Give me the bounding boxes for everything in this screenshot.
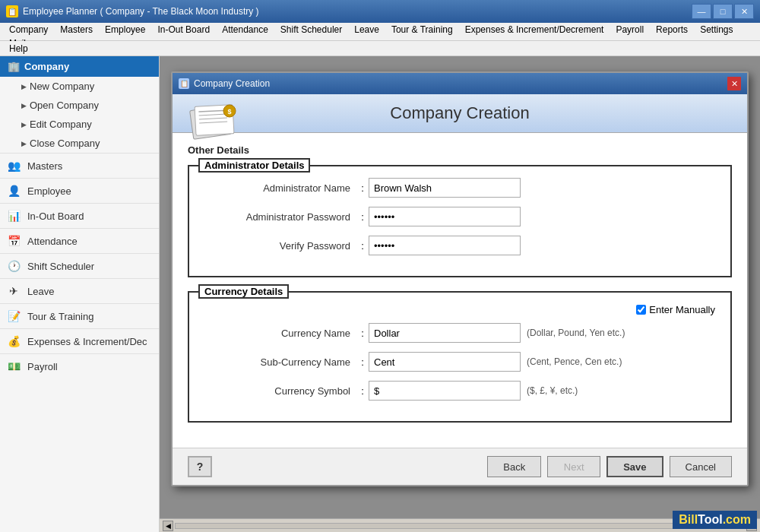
modal-header-title: Company Creation xyxy=(390,103,529,123)
menu-payroll[interactable]: Payroll xyxy=(610,23,650,36)
currency-name-hint: (Dollar, Pound, Yen etc.) xyxy=(527,328,625,338)
sub-currency-hint: (Cent, Pence, Cen etc.) xyxy=(527,356,622,367)
modal-title: Company Creation xyxy=(194,78,270,89)
sidebar-leave[interactable]: ✈ Leave xyxy=(0,278,159,303)
watermark-text1: Bill xyxy=(679,513,698,526)
next-button[interactable]: Next xyxy=(547,456,600,477)
edit-company-label: Edit Company xyxy=(30,119,92,130)
inout-icon: 📊 xyxy=(6,208,21,223)
menu-tour[interactable]: Tour & Training xyxy=(385,23,459,36)
sidebar-employee[interactable]: 👤 Employee xyxy=(0,178,159,203)
watermark-text2: Tool xyxy=(698,513,723,526)
sub-currency-label: Sub-Currency Name xyxy=(204,356,356,368)
help-button[interactable]: ? xyxy=(188,456,212,477)
leave-label: Leave xyxy=(27,286,54,297)
sidebar-edit-company[interactable]: ▶ Edit Company xyxy=(0,115,159,134)
sidebar-company-label: Company xyxy=(24,61,69,72)
modal-footer: ? Back Next Save Cancel xyxy=(173,448,747,485)
sidebar-shift[interactable]: 🕐 Shift Scheduler xyxy=(0,253,159,278)
enter-manually-checkbox[interactable] xyxy=(636,305,646,315)
shift-icon: 🕐 xyxy=(6,258,21,274)
admin-name-input[interactable] xyxy=(369,178,521,198)
sidebar-new-company[interactable]: ▶ New Company xyxy=(0,77,159,96)
sidebar-attendance[interactable]: 📅 Attendance xyxy=(0,228,159,253)
enter-manually-row: Enter Manually xyxy=(204,304,715,315)
arrow-icon: ▶ xyxy=(21,83,27,90)
currency-name-row: Currency Name : (Dollar, Pound, Yen etc.… xyxy=(204,323,715,343)
sidebar-close-company[interactable]: ▶ Close Company xyxy=(0,134,159,153)
sidebar-expenses[interactable]: 💰 Expenses & Increment/Dec xyxy=(0,328,159,353)
arrow-icon: ▶ xyxy=(21,121,27,128)
maximize-button[interactable]: □ xyxy=(713,4,733,19)
menu-settings[interactable]: Settings xyxy=(694,23,739,36)
admin-name-label: Administrator Name xyxy=(204,182,356,194)
menu-expenses[interactable]: Expenses & Increment/Decrement xyxy=(459,23,610,36)
modal-dialog: 📋 Company Creation ✕ xyxy=(171,71,749,486)
menu-bar-row2: Help xyxy=(0,41,760,56)
menu-attendance[interactable]: Attendance xyxy=(216,23,274,36)
verify-password-label: Verify Password xyxy=(204,240,356,252)
currency-name-input[interactable] xyxy=(369,323,521,343)
menu-leave[interactable]: Leave xyxy=(348,23,385,36)
save-button[interactable]: Save xyxy=(606,456,663,477)
currency-name-label: Currency Name xyxy=(204,328,356,339)
modal-overlay: 📋 Company Creation ✕ xyxy=(160,56,760,532)
admin-password-label: Administrator Password xyxy=(204,211,356,223)
new-company-label: New Company xyxy=(30,81,94,92)
company-icon: 🏢 xyxy=(8,61,20,72)
sidebar-company[interactable]: 🏢 Company xyxy=(0,56,159,77)
scroll-left-btn[interactable]: ◀ xyxy=(163,521,173,531)
verify-password-input[interactable] xyxy=(369,236,521,255)
menu-masters[interactable]: Masters xyxy=(54,23,99,36)
menu-employee[interactable]: Employee xyxy=(99,23,151,36)
expenses-label: Expenses & Increment/Dec xyxy=(27,336,147,347)
sub-currency-input[interactable] xyxy=(369,352,521,372)
attendance-label: Attendance xyxy=(27,236,78,247)
payroll-label: Payroll xyxy=(27,361,58,372)
window-controls: — □ ✕ xyxy=(692,4,754,19)
admin-legend: Administrator Details xyxy=(198,158,310,173)
watermark-text3: .com xyxy=(723,513,751,526)
modal-header: $ Company Creation xyxy=(173,94,747,133)
enter-manually-text: Enter Manually xyxy=(649,304,715,315)
back-button[interactable]: Back xyxy=(487,456,541,477)
cancel-button[interactable]: Cancel xyxy=(670,456,732,477)
sidebar-open-company[interactable]: ▶ Open Company xyxy=(0,96,159,115)
currency-symbol-label: Currency Symbol xyxy=(204,385,356,397)
masters-label: Masters xyxy=(27,160,62,172)
sidebar: 🏢 Company ▶ New Company ▶ Open Company ▶… xyxy=(0,56,160,532)
minimize-button[interactable]: — xyxy=(692,4,711,19)
menu-shift[interactable]: Shift Scheduler xyxy=(274,23,348,36)
currency-symbol-input[interactable] xyxy=(369,381,521,401)
menu-company[interactable]: Company xyxy=(3,23,54,36)
scroll-bar[interactable]: ◀ ▶ xyxy=(160,518,760,532)
section-title: Other Details xyxy=(188,144,732,156)
inout-label: In-Out Board xyxy=(27,211,84,222)
app-title: Employee Planner ( Company - The Black M… xyxy=(23,6,259,17)
shift-label: Shift Scheduler xyxy=(27,261,94,272)
sub-currency-row: Sub-Currency Name : (Cent, Pence, Cen et… xyxy=(204,352,715,372)
admin-password-input[interactable] xyxy=(369,207,521,226)
sidebar-tour[interactable]: 📝 Tour & Training xyxy=(0,303,159,328)
currency-details-section: Currency Details Enter Manually Currency… xyxy=(188,291,732,423)
scroll-track xyxy=(175,523,745,529)
close-button[interactable]: ✕ xyxy=(734,4,754,19)
svg-text:$: $ xyxy=(227,108,231,116)
employee-label: Employee xyxy=(27,185,71,197)
expenses-icon: 💰 xyxy=(6,334,21,349)
menu-help[interactable]: Help xyxy=(3,42,34,55)
sidebar-masters[interactable]: 👥 Masters xyxy=(0,153,159,178)
watermark: BillTool.com xyxy=(673,511,757,529)
modal-body: Other Details Administrator Details Admi… xyxy=(173,133,747,448)
attendance-icon: 📅 xyxy=(6,233,21,249)
menu-reports[interactable]: Reports xyxy=(650,23,694,36)
modal-close-button[interactable]: ✕ xyxy=(727,77,741,90)
close-company-label: Close Company xyxy=(30,138,100,149)
content-area: 📋 Company Creation ✕ xyxy=(160,56,760,532)
open-company-label: Open Company xyxy=(30,100,99,111)
sidebar-inout[interactable]: 📊 In-Out Board xyxy=(0,203,159,228)
sidebar-payroll[interactable]: 💵 Payroll xyxy=(0,353,159,378)
tour-label: Tour & Training xyxy=(27,311,93,322)
menu-inout[interactable]: In-Out Board xyxy=(151,23,216,36)
enter-manually-label: Enter Manually xyxy=(636,304,715,315)
